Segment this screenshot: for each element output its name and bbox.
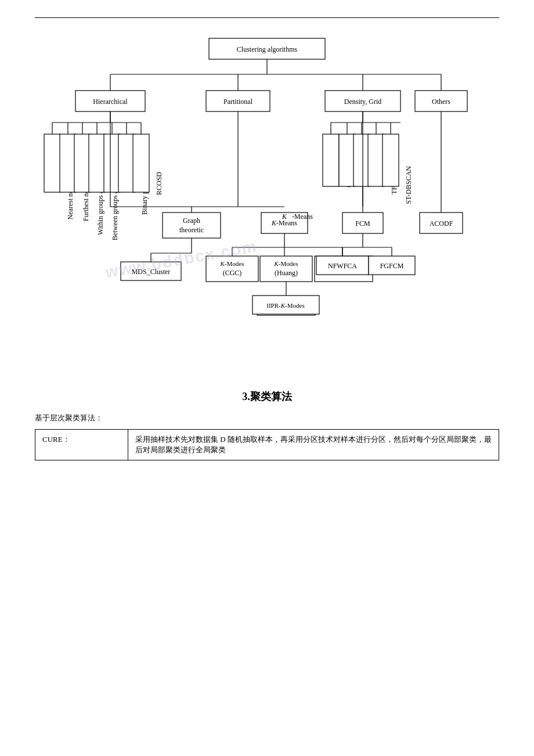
svg-text:RCOSD: RCOSD xyxy=(155,172,163,195)
svg-rect-75 xyxy=(368,134,384,186)
density-grid-label: Density, Grid xyxy=(344,98,382,106)
svg-rect-21 xyxy=(89,134,105,192)
svg-rect-71 xyxy=(339,134,355,186)
svg-rect-25 xyxy=(118,134,135,192)
svg-text:K-Means: K-Means xyxy=(271,219,297,227)
svg-rect-73 xyxy=(353,134,370,186)
svg-text:Graph: Graph xyxy=(183,217,200,225)
svg-text:K-Modes: K-Modes xyxy=(220,260,244,267)
info-table: CURE： 采用抽样技术先对数据集 D 随机抽取样本，再采用分区技术对样本进行分… xyxy=(35,429,499,460)
root-label: Clustering algorithms xyxy=(237,45,298,53)
tree-diagram: Clustering algorithms Hierarchical Parti… xyxy=(35,30,499,366)
svg-rect-69 xyxy=(323,134,339,186)
partitional-label: Partitional xyxy=(223,98,253,106)
svg-text:FCM: FCM xyxy=(355,219,370,228)
svg-text:ST-DBSCAN: ST-DBSCAN xyxy=(405,166,413,204)
svg-rect-19 xyxy=(74,134,91,192)
svg-text:IIPR-K-Modes: IIPR-K-Modes xyxy=(266,302,304,309)
svg-rect-77 xyxy=(383,134,399,186)
row-label: CURE： xyxy=(35,430,128,460)
svg-text:(Huang): (Huang) xyxy=(275,269,298,277)
tree-svg: Clustering algorithms Hierarchical Parti… xyxy=(35,30,499,366)
svg-text:K-Modes: K-Modes xyxy=(274,260,298,267)
hierarchical-label: Hierarchical xyxy=(93,98,128,106)
section-title: 3.聚类算法 xyxy=(35,390,499,404)
svg-rect-17 xyxy=(60,134,76,192)
others-label: Others xyxy=(432,98,450,106)
svg-rect-15 xyxy=(44,134,60,192)
svg-text:NFWFCA: NFWFCA xyxy=(328,262,357,270)
page: Clustering algorithms Hierarchical Parti… xyxy=(0,0,534,756)
svg-text:MDS_Cluster: MDS_Cluster xyxy=(132,268,171,276)
svg-text:theoretic: theoretic xyxy=(179,226,204,234)
svg-text:FGFCM: FGFCM xyxy=(380,262,404,270)
svg-text:ACODF: ACODF xyxy=(430,219,453,228)
table-row: CURE： 采用抽样技术先对数据集 D 随机抽取样本，再采用分区技术对样本进行分… xyxy=(35,430,499,460)
svg-rect-27 xyxy=(133,134,149,192)
svg-rect-23 xyxy=(104,134,120,192)
svg-text:(CGC): (CGC) xyxy=(223,269,242,277)
top-border xyxy=(35,17,499,18)
section-subtitle: 基于层次聚类算法： xyxy=(35,413,499,423)
row-content: 采用抽样技术先对数据集 D 随机抽取样本，再采用分区技术对样本进行分区，然后对每… xyxy=(128,430,499,460)
